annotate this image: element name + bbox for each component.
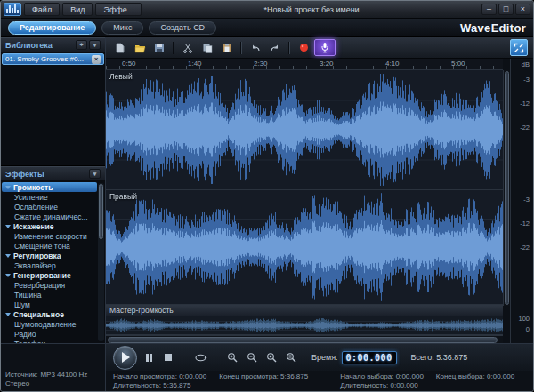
selection-start-value: 0:00.000	[396, 372, 424, 380]
record-icon[interactable]	[295, 39, 312, 56]
view-duration-label: Длительность:	[113, 381, 161, 389]
effects-item-label: Сжатие динамичес...	[14, 212, 88, 221]
close-button[interactable]: ×	[515, 4, 530, 15]
effects-item-label: Реверберация	[14, 281, 65, 290]
effects-item[interactable]: Шум	[2, 300, 97, 309]
effects-item[interactable]: Реверберация	[2, 280, 97, 290]
effects-item[interactable]: Сжатие динамичес...	[2, 212, 97, 221]
time-label: Время:	[312, 353, 338, 362]
library-menu-icon[interactable]: ▾	[89, 40, 101, 50]
menu-effects[interactable]: Эффе...	[95, 3, 142, 16]
effects-item[interactable]: Генерирование	[2, 270, 97, 280]
effects-item[interactable]: Смещение тона	[2, 241, 97, 251]
paste-icon[interactable]	[218, 39, 236, 56]
effects-item[interactable]: Шумоподавление	[2, 319, 97, 329]
effects-item[interactable]: Изменение скорости	[2, 231, 97, 241]
waveform-area: 0:501:402:303:204:105:00 Левый Правый Ма…	[106, 59, 533, 343]
pause-button[interactable]	[141, 349, 157, 365]
open-file-icon[interactable]	[131, 39, 149, 56]
sidebar: Библиотека +▾ 01. Smoky Grooves #0... × …	[1, 37, 106, 343]
menu-view[interactable]: Вид	[62, 3, 93, 16]
master-volume-envelope[interactable]	[106, 316, 503, 334]
effects-item-label: Смещение тона	[14, 242, 70, 251]
waveform-right[interactable]	[106, 190, 503, 304]
zoom-in-icon[interactable]	[224, 349, 240, 365]
selection-duration-value: 0:00.000	[391, 381, 418, 389]
remove-item-icon[interactable]: ×	[92, 55, 101, 64]
fit-to-window-icon[interactable]	[510, 39, 528, 56]
microphone-button[interactable]	[314, 39, 336, 56]
group-arrow-icon	[5, 274, 11, 277]
source-value: MP3 44100 Hz	[40, 371, 87, 379]
tab-create-cd[interactable]: Создать CD	[149, 21, 216, 35]
ruler-tick: 1:40	[188, 60, 202, 68]
save-icon[interactable]	[150, 39, 168, 56]
effects-item[interactable]: Специальное	[2, 309, 97, 319]
stop-button[interactable]	[160, 349, 176, 365]
effects-item[interactable]: Эквалайзер	[2, 260, 97, 270]
menu-file[interactable]: Файл	[24, 3, 60, 16]
new-project-icon[interactable]	[111, 39, 129, 56]
effects-item[interactable]: Искажение	[2, 221, 97, 231]
library-header: Библиотека +▾	[1, 37, 105, 52]
db-mark: -3	[523, 76, 530, 84]
effects-item[interactable]: Тишина	[2, 290, 97, 300]
tab-edit[interactable]: Редактирование	[8, 21, 96, 35]
library-add-icon[interactable]: +	[76, 40, 87, 50]
zoom-out-icon[interactable]	[244, 349, 260, 365]
effects-item[interactable]: Усиление	[2, 192, 97, 202]
effects-item-label: Искажение	[13, 222, 54, 231]
effects-item[interactable]: Радио	[2, 329, 97, 339]
redo-icon[interactable]	[266, 39, 284, 56]
effects-item-label: Ослабление	[14, 203, 58, 212]
view-start-value: 0:00.000	[179, 372, 206, 380]
maximize-button[interactable]: □	[498, 4, 514, 15]
channel-left[interactable]: Левый	[106, 70, 503, 190]
selection-status-group: Начало выбора: 0:00.000 Конец выбора: 0:…	[340, 372, 514, 389]
vertical-scrollbar-thumb[interactable]	[505, 71, 509, 305]
effects-item-label: Изменение скорости	[14, 232, 87, 241]
timeline-ruler[interactable]: 0:501:402:303:204:105:00	[106, 59, 503, 70]
tab-mix[interactable]: Микс	[101, 21, 143, 35]
undo-icon[interactable]	[247, 39, 264, 56]
view-end-value: 5:36.875	[280, 372, 308, 380]
horizontal-scrollbar-thumb[interactable]	[108, 337, 498, 343]
library-item-label: 01. Smoky Grooves #0...	[5, 55, 84, 63]
effects-item[interactable]: Регулировка	[2, 251, 97, 260]
zoom-selection-icon[interactable]	[263, 349, 279, 365]
effects-item[interactable]: Ослабление	[2, 202, 97, 212]
selection-duration-label: Длительность:	[340, 381, 388, 389]
effects-scrollbar[interactable]	[98, 183, 104, 341]
play-button[interactable]	[113, 346, 137, 370]
ruler-tick: 5:00	[451, 60, 465, 68]
effects-item-label: Усиление	[14, 193, 48, 202]
channel-right[interactable]: Правый	[106, 190, 503, 305]
ruler-tick: 0:50	[122, 60, 136, 68]
selection-end-value: 0:00.000	[487, 372, 514, 380]
minimize-button[interactable]: –	[481, 4, 497, 15]
vertical-scrollbar[interactable]	[503, 70, 510, 306]
time-display: 0:00.000	[342, 351, 397, 364]
mode-tabs: Редактирование Микс Создать CD WaveEdito…	[1, 19, 533, 37]
effects-item[interactable]: Громкость	[2, 182, 97, 192]
effects-item[interactable]: Телефон	[2, 339, 97, 343]
loop-button[interactable]	[192, 349, 208, 365]
db-mark: -12	[520, 220, 530, 228]
waveform-left[interactable]	[106, 70, 503, 189]
effects-item-label: Шум	[14, 300, 30, 309]
library-title: Библиотека	[5, 41, 53, 50]
effects-title: Эффекты	[5, 170, 44, 179]
copy-icon[interactable]	[198, 39, 216, 56]
main-area: 0:501:402:303:204:105:00 Левый Правый Ма…	[106, 37, 533, 343]
effects-item-label: Радио	[14, 330, 36, 339]
zoom-all-icon[interactable]	[283, 349, 299, 365]
app-logo-icon	[4, 3, 21, 16]
effects-menu-icon[interactable]: ▾	[89, 169, 101, 179]
master-track-label: Мастер-громкость	[106, 305, 503, 316]
selection-end-label: Конец выбора:	[436, 372, 485, 380]
library-list: 01. Smoky Grooves #0... ×	[1, 52, 105, 166]
view-duration-value: 5:36.875	[163, 381, 190, 389]
effects-scrollbar-thumb[interactable]	[99, 184, 103, 239]
library-item[interactable]: 01. Smoky Grooves #0... ×	[2, 53, 104, 65]
cut-icon[interactable]	[179, 39, 197, 56]
